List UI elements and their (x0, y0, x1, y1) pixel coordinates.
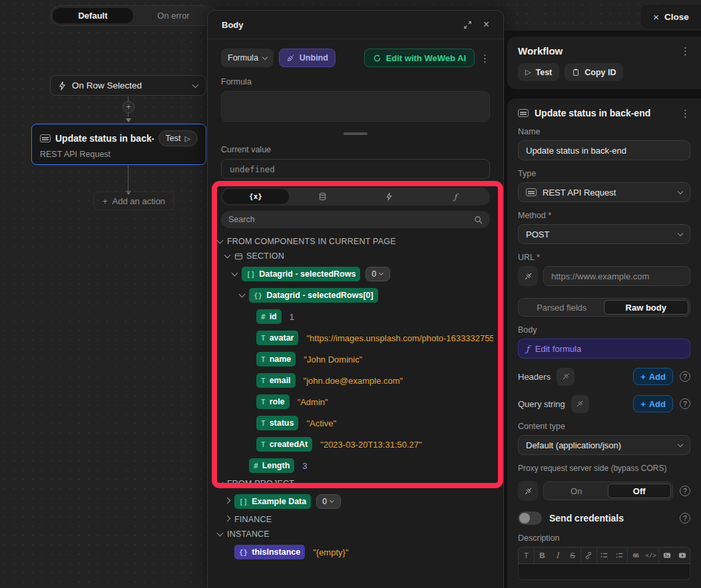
help-icon[interactable]: ? (680, 398, 690, 409)
copy-id-button[interactable]: Copy ID (565, 63, 623, 81)
index-dropdown[interactable]: 0 (365, 267, 390, 281)
tree-chip[interactable]: Tstatus (256, 416, 298, 430)
more-options-icon[interactable]: ⋮ (680, 46, 690, 56)
bind-button[interactable] (518, 481, 538, 501)
formula-input[interactable] (221, 91, 490, 122)
tree-row[interactable]: INSTANCE (218, 527, 493, 541)
text-style-icon[interactable]: T (519, 547, 535, 563)
description-input[interactable] (518, 564, 690, 580)
tab-parsed-fields[interactable]: Parsed fields (520, 300, 604, 315)
video-icon[interactable] (674, 547, 690, 563)
edit-formula-button[interactable]: ƒ Edit formula (518, 339, 690, 359)
tree-row[interactable]: #Length3 (218, 455, 493, 476)
tab-on-error[interactable]: On error (133, 8, 214, 23)
help-icon[interactable]: ? (680, 371, 690, 382)
tree-row[interactable]: {}Datagrid - selectedRows[0] (218, 285, 493, 306)
tab-variables[interactable]: {x} (222, 189, 289, 204)
strikethrough-icon[interactable]: S (565, 547, 581, 563)
search-bar[interactable] (221, 211, 490, 228)
chevron-right-icon[interactable] (224, 498, 231, 504)
tree-row[interactable]: Trole"Admin" (218, 391, 493, 412)
proxy-on-option[interactable]: On (545, 484, 608, 498)
tree-row[interactable]: {}thisInstance"{empty}" (218, 541, 493, 563)
chevron-right-icon[interactable] (224, 515, 231, 522)
tree-row[interactable]: TcreatedAt"2023-03-20T13:31:50.27" (218, 434, 493, 455)
tab-formulas[interactable]: ƒ (422, 189, 489, 204)
tree-row[interactable]: SECTION (218, 249, 493, 263)
help-icon[interactable]: ? (680, 513, 690, 523)
add-node-button[interactable]: + (122, 101, 134, 113)
url-field[interactable] (543, 266, 690, 286)
tab-collections[interactable] (289, 189, 355, 204)
tree-row[interactable]: Tname"John Dominic" (218, 349, 493, 370)
tree-chip[interactable]: Tname (256, 352, 296, 367)
workflow-test-button[interactable]: ▷ Test (518, 63, 559, 81)
italic-icon[interactable]: I (550, 547, 565, 563)
tab-default[interactable]: Default (53, 8, 133, 23)
chevron-down-icon[interactable] (217, 480, 224, 486)
name-input[interactable] (526, 146, 682, 156)
quote-icon[interactable]: 66 (628, 547, 643, 563)
trigger-node[interactable]: On Row Selected (50, 75, 206, 96)
close-button[interactable]: × Close (641, 5, 701, 29)
binding-type-dropdown[interactable]: Formula (221, 49, 274, 67)
bind-button[interactable] (571, 395, 589, 413)
help-icon[interactable]: ? (680, 486, 690, 496)
tab-raw-body[interactable]: Raw body (604, 300, 689, 315)
content-type-select[interactable]: Default (application/json) (518, 435, 690, 455)
bind-button[interactable] (518, 266, 538, 286)
more-options-icon[interactable]: ⋮ (480, 53, 490, 63)
image-icon[interactable] (659, 547, 674, 563)
tree-chip[interactable]: []Datagrid - selectedRows (242, 267, 360, 281)
tree-chip[interactable]: Tavatar (256, 331, 298, 345)
edit-with-ai-button[interactable]: Edit with WeWeb AI (364, 49, 475, 67)
code-icon[interactable]: </> (643, 547, 659, 563)
index-dropdown[interactable]: 0 (316, 494, 341, 509)
tree-chip[interactable]: {}Datagrid - selectedRows[0] (249, 288, 378, 303)
tree-chip[interactable]: #Length (249, 458, 294, 473)
tree-row[interactable]: FINANCE (218, 512, 493, 527)
resize-handle[interactable] (344, 132, 367, 135)
ordered-list-icon[interactable] (612, 547, 628, 563)
expand-icon[interactable] (463, 21, 472, 29)
bold-icon[interactable]: B (535, 547, 550, 563)
tree-row[interactable]: []Datagrid - selectedRows0 (218, 263, 493, 285)
send-credentials-toggle[interactable] (518, 512, 542, 525)
tree-row[interactable]: #id1 (218, 306, 493, 327)
add-query-button[interactable]: +Add (633, 395, 673, 412)
close-icon[interactable]: × (483, 19, 489, 30)
chevron-down-icon[interactable] (217, 237, 224, 244)
bind-button[interactable] (557, 368, 575, 386)
link-icon[interactable] (581, 547, 597, 563)
url-input[interactable] (551, 271, 682, 281)
chevron-down-icon[interactable] (239, 291, 246, 298)
search-input[interactable] (228, 215, 474, 224)
action-node-selected[interactable]: Update status in back-... Test ▷ REST AP… (31, 124, 206, 165)
add-header-button[interactable]: +Add (633, 368, 673, 385)
bullet-list-icon[interactable] (597, 547, 612, 563)
chevron-down-icon[interactable] (217, 530, 224, 537)
node-test-button[interactable]: Test ▷ (158, 130, 198, 146)
proxy-off-option[interactable]: Off (608, 484, 672, 498)
tree-chip[interactable]: Temail (256, 373, 296, 388)
tree-row[interactable]: []Example Data0 (218, 491, 493, 512)
tree-chip[interactable]: #id (256, 309, 282, 324)
more-options-icon[interactable]: ⋮ (680, 108, 690, 118)
chevron-down-icon[interactable] (232, 270, 238, 277)
tree-chip[interactable]: {}thisInstance (234, 545, 305, 559)
add-action-button[interactable]: + Add an action (93, 192, 174, 210)
tree-chip[interactable]: Trole (256, 394, 290, 409)
type-select[interactable]: REST API Request (518, 182, 690, 202)
tree-chip[interactable]: []Example Data (234, 494, 311, 509)
name-field[interactable] (518, 140, 690, 160)
chevron-down-icon[interactable] (224, 252, 231, 259)
tree-row[interactable]: FROM PROJECT (218, 476, 493, 491)
tree-row[interactable]: Temail"john.doe@example.com" (218, 370, 493, 391)
tab-triggers[interactable] (355, 189, 422, 204)
tree-row[interactable]: FROM COMPONENTS IN CURRENT PAGE (218, 234, 493, 249)
tree-row[interactable]: Tavatar"https://images.unsplash.com/phot… (218, 327, 493, 349)
tree-chip[interactable]: TcreatedAt (256, 437, 312, 452)
tree-row[interactable]: Tstatus"Active" (218, 412, 493, 434)
unbind-button[interactable]: Unbind (279, 49, 336, 67)
method-select[interactable]: POST (518, 224, 690, 244)
